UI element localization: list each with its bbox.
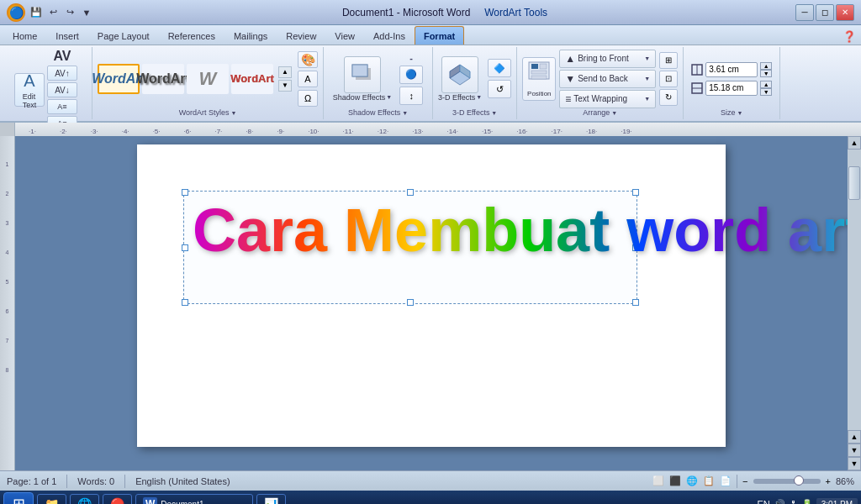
bring-front-btn[interactable]: ▲ Bring to Front ▼	[559, 50, 656, 68]
view-fullscreen-icon[interactable]: ⬛	[669, 475, 681, 486]
3d-effects-btn[interactable]	[441, 56, 478, 93]
tab-view[interactable]: View	[325, 26, 364, 45]
undo-btn[interactable]: ↩	[45, 5, 61, 20]
document-page: Cara Membuat word art	[137, 144, 726, 447]
wordart-shape-btn[interactable]: Ω	[298, 90, 318, 107]
zoom-thumb[interactable]	[794, 475, 804, 486]
tab-references[interactable]: References	[159, 26, 224, 45]
format-btn1[interactable]: A≡	[47, 99, 77, 114]
zoom-level: 86%	[836, 476, 854, 486]
restore-btn[interactable]: ◻	[816, 4, 834, 21]
scroll-next-page[interactable]: ▼	[848, 444, 861, 457]
wordart-object[interactable]: Cara Membuat word art	[183, 191, 637, 304]
taskbar-explorer[interactable]: 📁	[37, 494, 66, 504]
tab-review[interactable]: Review	[277, 26, 325, 45]
clock[interactable]: 3:01 PM	[816, 498, 858, 505]
zoom-in-btn[interactable]: +	[826, 476, 831, 486]
spacing-increase[interactable]: AV↑	[47, 66, 77, 81]
redo-btn[interactable]: ↪	[62, 5, 77, 20]
handle-top-right[interactable]	[632, 189, 639, 196]
scroll-down-btn[interactable]: ▼	[848, 457, 861, 470]
view-web-icon[interactable]: 🌐	[686, 475, 698, 486]
width-row: ▲ ▼	[691, 81, 772, 96]
taskbar-item-3[interactable]: 🔴	[103, 494, 132, 504]
zoom-slider[interactable]	[753, 479, 821, 484]
handle-bottom-right[interactable]	[632, 299, 639, 306]
scroll-prev-page[interactable]: ▲	[848, 430, 861, 444]
view-outline-icon[interactable]: 📋	[703, 475, 715, 486]
bring-front-icon: ▲	[565, 53, 575, 65]
tab-pagelayout[interactable]: Page Layout	[88, 26, 159, 45]
shadow-effects-btn[interactable]	[344, 56, 381, 93]
wordart-style-3[interactable]: W	[187, 64, 229, 94]
height-input[interactable]	[705, 62, 758, 77]
close-btn[interactable]: ✕	[836, 4, 854, 21]
tab-home[interactable]: Home	[3, 26, 46, 45]
shadow-color-btn[interactable]: 🔵	[399, 66, 423, 84]
volume-icon[interactable]: 🔊	[774, 499, 785, 505]
shadow-nudge-btn[interactable]: ↕	[399, 87, 423, 105]
view-normal-icon[interactable]: ⬜	[652, 475, 664, 486]
height-down[interactable]: ▼	[760, 70, 772, 77]
wordart-styles-label[interactable]: WordArt Styles	[179, 108, 237, 118]
wordart-style-4[interactable]: WordArt	[231, 64, 273, 94]
svg-rect-7	[531, 64, 538, 69]
minimize-btn[interactable]: ─	[795, 4, 814, 21]
battery-icon[interactable]: 🔋	[801, 499, 813, 505]
shadow-dash-label: -	[399, 53, 423, 63]
size-group-label[interactable]: Size	[721, 108, 742, 118]
text-wrapping-btn[interactable]: ≡ Text Wrapping ▼	[559, 90, 656, 108]
handle-bottom-middle[interactable]	[407, 299, 414, 306]
tab-format[interactable]: Format	[415, 26, 464, 45]
document-title: Document1 - Microsoft Word WordArt Tools	[94, 7, 795, 18]
rotate-btn[interactable]: ↻	[659, 89, 678, 106]
gallery-scroll-up[interactable]: ▲	[278, 66, 292, 78]
network-icon[interactable]: 🖧	[789, 499, 798, 504]
align-btn[interactable]: ⊞	[659, 52, 678, 69]
send-back-btn[interactable]: ▼ Send to Back ▼	[559, 70, 656, 88]
edit-text-button[interactable]: A EditText	[14, 73, 45, 107]
height-up[interactable]: ▲	[760, 62, 772, 70]
shadow-effects-label[interactable]: Shadow Effects ▼	[333, 93, 392, 102]
save-btn[interactable]: 💾	[29, 5, 44, 20]
wordart-fill-btn[interactable]: 🎨	[298, 51, 318, 68]
wordart-style-1[interactable]: WordArt	[98, 64, 140, 94]
handle-top-middle[interactable]	[407, 189, 414, 196]
group-btn[interactable]: ⊡	[659, 71, 678, 87]
start-button[interactable]: ⊞	[3, 492, 34, 504]
3d-color-btn[interactable]: 🔷	[488, 59, 511, 77]
position-btn[interactable]: Position	[522, 57, 556, 101]
arrange-group-label[interactable]: Arrange	[583, 108, 617, 118]
wordart-style-2[interactable]: WordArt	[142, 64, 184, 94]
help-btn[interactable]: ❓	[841, 28, 858, 45]
tab-mailings[interactable]: Mailings	[224, 26, 277, 45]
shadow-effects-group-label[interactable]: Shadow Effects	[348, 108, 408, 118]
width-up[interactable]: ▲	[760, 81, 772, 88]
tab-addins[interactable]: Add-Ins	[364, 26, 415, 45]
wordart-format-buttons: 🎨 A Ω	[298, 51, 318, 107]
wordart-outline-btn[interactable]: A	[298, 71, 318, 87]
size-section: ▲ ▼ ▲ ▼	[691, 62, 772, 96]
handle-bottom-left[interactable]	[182, 299, 188, 306]
window-controls: ─ ◻ ✕	[795, 4, 854, 21]
spacing-decrease[interactable]: AV↓	[47, 82, 77, 97]
tab-insert[interactable]: Insert	[46, 26, 88, 45]
handle-middle-left[interactable]	[182, 244, 188, 251]
width-input[interactable]	[705, 81, 758, 96]
office-logo: 🔵	[7, 3, 25, 22]
taskbar-word-doc[interactable]: W Document1...	[135, 494, 253, 504]
handle-top-left[interactable]	[182, 189, 188, 196]
taskbar-browser[interactable]: 🌐	[70, 494, 99, 504]
3d-rotate-btn[interactable]: ↺	[488, 80, 511, 98]
scroll-up-btn[interactable]: ▲	[848, 136, 861, 150]
gallery-scroll-dropdown[interactable]: ▼	[278, 80, 292, 92]
3d-effects-group-label[interactable]: 3-D Effects	[452, 108, 497, 118]
scroll-thumb[interactable]	[848, 166, 860, 200]
quick-access-more[interactable]: ▼	[79, 5, 94, 20]
taskbar-item-5[interactable]: 📊	[256, 494, 286, 504]
3d-effects-label[interactable]: 3-D Effects ▼	[438, 93, 482, 102]
width-down[interactable]: ▼	[760, 88, 772, 96]
zoom-out-btn[interactable]: −	[742, 476, 747, 486]
status-divider-3	[737, 475, 737, 488]
view-draft-icon[interactable]: 📄	[720, 475, 732, 486]
